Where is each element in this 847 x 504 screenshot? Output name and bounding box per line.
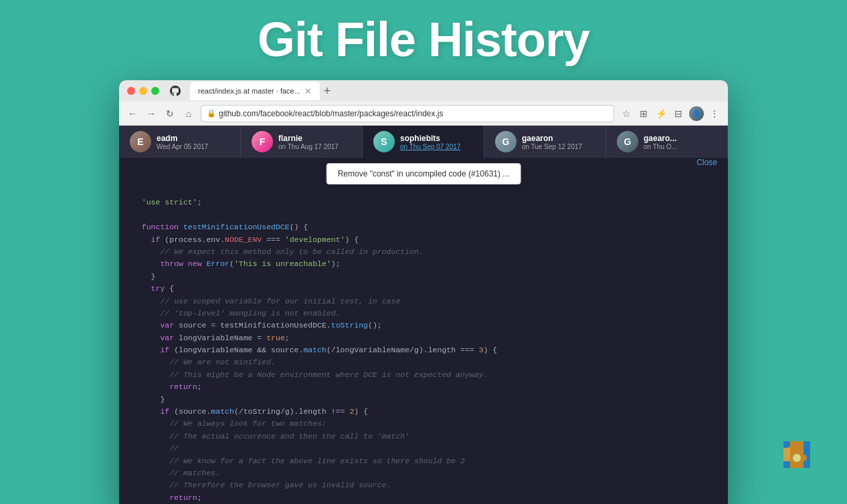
avatar-initials: G [617, 131, 638, 152]
contributor-flarnie[interactable]: F flarnie on Thu Aug 17 2017 [241, 126, 363, 158]
cast-icon[interactable]: ⊟ [672, 107, 685, 120]
browser-tab[interactable]: react/index.js at master · face... ✕ [190, 82, 320, 100]
avatar-initials: E [130, 131, 151, 152]
extensions-icon[interactable]: ⚡ [654, 107, 668, 120]
code-area: 'use strict'; function testMinificationU… [119, 179, 728, 504]
extension-puzzle-icon [770, 428, 824, 484]
contributor-info-gaearon2: gaearo... on Thu O... [644, 134, 677, 150]
code-line: // We know for a fact the above line exi… [119, 455, 728, 467]
back-button[interactable]: ← [126, 107, 139, 120]
contributor-date-flarnie: on Thu Aug 17 2017 [278, 143, 339, 150]
tab-title: react/index.js at master · face... [198, 87, 300, 95]
avatar-eadm: E [130, 131, 151, 152]
code-line: // Therefore the browser gave us invalid… [119, 479, 728, 491]
code-line: if (longVariableName && source.match(/lo… [119, 344, 728, 356]
reload-button[interactable]: ↻ [163, 107, 177, 120]
avatar-initials: F [252, 131, 273, 152]
avatar-gaearon: G [495, 131, 516, 152]
code-line: // [119, 443, 728, 455]
avatar-gaearon2: G [617, 131, 638, 152]
browser-window: react/index.js at master · face... ✕ + ←… [119, 80, 728, 504]
code-content: 'use strict'; function testMinificationU… [119, 184, 728, 504]
contributor-date-gaearon2: on Thu O... [644, 143, 677, 150]
code-line: // matches. [119, 467, 728, 479]
contributor-name-eadm: eadm [157, 134, 208, 143]
avatar-initials: G [495, 131, 516, 152]
svg-point-2 [793, 454, 801, 462]
url-text: github.com/facebook/react/blob/master/pa… [219, 109, 444, 118]
avatar-flarnie: F [252, 131, 273, 152]
code-line: if (source.match(/toString/g).length !==… [119, 406, 728, 418]
page-title: Git File History [0, 0, 847, 67]
contributor-name-gaearon: gaearon [522, 134, 582, 143]
tab-bar: react/index.js at master · face... ✕ + [190, 82, 720, 100]
code-line: } [119, 271, 728, 283]
home-button[interactable]: ⌂ [182, 107, 195, 120]
contributor-info-sophiebits: sophiebits on Thu Sep 07 2017 [400, 134, 460, 150]
menu-button[interactable]: ⋮ [708, 107, 721, 120]
code-line [119, 184, 728, 197]
close-button[interactable]: Close [696, 158, 717, 167]
code-line: if (process.env.NODE_ENV === 'developmen… [119, 234, 728, 246]
contributor-date-eadm: Wed Apr 05 2017 [157, 143, 208, 150]
tab-close-button[interactable]: ✕ [304, 86, 312, 96]
contributor-sophiebits[interactable]: S sophiebits on Thu Sep 07 2017 [363, 126, 484, 158]
forward-button[interactable]: → [145, 107, 158, 120]
contributors-bar: E eadm Wed Apr 05 2017 F flarnie on Thu … [119, 126, 728, 158]
minimize-window-button[interactable] [139, 87, 147, 95]
maximize-window-button[interactable] [151, 87, 159, 95]
contributor-gaearon[interactable]: G gaearon on Tue Sep 12 2017 [484, 126, 606, 158]
code-line: return; [119, 492, 728, 504]
traffic-lights [127, 87, 159, 95]
address-bar: ← → ↻ ⌂ 🔒 github.com/facebook/react/blob… [119, 102, 728, 126]
contributor-date-sophiebits[interactable]: on Thu Sep 07 2017 [400, 143, 460, 150]
code-line: var longVariableName = true; [119, 332, 728, 344]
profile-avatar[interactable]: 👤 [689, 106, 704, 121]
contributor-gaearon2[interactable]: G gaearo... on Thu O... [606, 126, 728, 158]
star-icon[interactable]: ☆ [620, 107, 633, 120]
avatar-sophiebits: S [373, 131, 395, 152]
contributor-info-gaearon: gaearon on Tue Sep 12 2017 [522, 134, 582, 150]
github-icon [170, 86, 181, 96]
new-tab-button[interactable]: + [320, 84, 335, 98]
avatar-initials: S [373, 131, 395, 152]
code-line: // The actual occurence and then the cal… [119, 430, 728, 443]
browser-chrome: react/index.js at master · face... ✕ + [119, 80, 728, 102]
code-line: // use scoped variable for our initial t… [119, 295, 728, 307]
code-line: var source = testMinificationUsedDCE.toS… [119, 320, 728, 332]
code-line: function testMinificationUsedDCE() { [119, 221, 728, 233]
close-window-button[interactable] [127, 87, 135, 95]
contributor-date-gaearon: on Tue Sep 12 2017 [522, 143, 582, 150]
code-line: // 'top-level' mangling is not enabled. [119, 307, 728, 320]
code-line: return; [119, 381, 728, 393]
code-line: // We are not minified. [119, 356, 728, 368]
code-line: try { [119, 283, 728, 295]
contributor-eadm[interactable]: E eadm Wed Apr 05 2017 [119, 126, 241, 158]
code-line: } [119, 394, 728, 406]
code-line: throw new Error('This is unreachable'); [119, 258, 728, 270]
code-line [119, 209, 728, 221]
code-line: 'use strict'; [119, 197, 728, 209]
url-bar[interactable]: 🔒 github.com/facebook/react/blob/master/… [201, 105, 614, 122]
contributor-info-flarnie: flarnie on Thu Aug 17 2017 [278, 134, 339, 150]
contributor-info-eadm: eadm Wed Apr 05 2017 [157, 134, 208, 150]
contributor-name-flarnie: flarnie [278, 134, 339, 143]
toolbar-icons: ☆ ⊞ ⚡ ⊟ 👤 ⋮ [620, 106, 721, 121]
code-line: // This might be a Node environment wher… [119, 369, 728, 381]
contributor-name-gaearon2: gaearo... [644, 134, 677, 143]
code-line: // We always look for two matches: [119, 418, 728, 430]
contributor-name-sophiebits: sophiebits [400, 134, 460, 143]
code-line: // We expect this method only to be call… [119, 246, 728, 258]
apps-icon[interactable]: ⊞ [637, 107, 650, 120]
lock-icon: 🔒 [207, 109, 216, 118]
commit-tooltip: Remove "const" in uncompiled code (#1063… [326, 163, 521, 184]
